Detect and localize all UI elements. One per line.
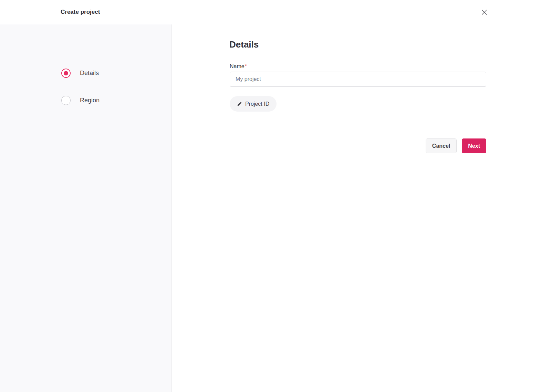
- stepper-step-details[interactable]: Details: [61, 69, 99, 78]
- name-label: Name*: [230, 63, 247, 70]
- step-label-details: Details: [80, 70, 99, 77]
- name-label-text: Name: [230, 63, 245, 69]
- footer-actions: Cancel Next: [230, 138, 486, 153]
- step-label-region: Region: [80, 97, 100, 104]
- close-button[interactable]: [479, 7, 489, 17]
- section-heading: Details: [229, 39, 259, 50]
- stepper-sidebar: Details Region: [0, 24, 172, 392]
- stepper-connector-line: [66, 80, 66, 93]
- project-id-button-label: Project ID: [245, 101, 269, 107]
- close-icon: [482, 10, 487, 15]
- next-button[interactable]: Next: [462, 138, 486, 153]
- radio-dot: [64, 71, 68, 75]
- radio-selected-icon: [61, 69, 71, 78]
- project-name-input[interactable]: [230, 72, 486, 87]
- pencil-icon: [237, 101, 242, 106]
- modal-header: Create project: [0, 0, 551, 24]
- stepper-step-region[interactable]: Region: [61, 96, 100, 105]
- radio-unselected-icon: [61, 96, 71, 105]
- cancel-button[interactable]: Cancel: [426, 138, 457, 153]
- footer-divider: [230, 125, 486, 125]
- create-project-modal: Create project Details Region Details Na…: [0, 0, 551, 392]
- project-id-button[interactable]: Project ID: [230, 96, 277, 112]
- required-marker: *: [245, 63, 247, 69]
- modal-title: Create project: [61, 0, 100, 24]
